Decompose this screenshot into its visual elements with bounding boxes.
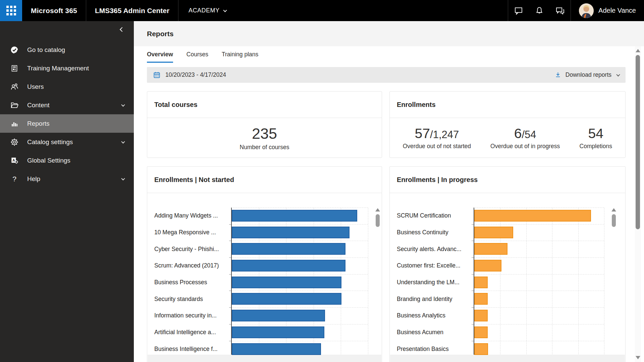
tenant-name: ACADEMY: [189, 7, 220, 14]
chart-scrollbar[interactable]: [375, 208, 380, 227]
sidebar-item-label: Help: [27, 175, 40, 183]
chart-row: [474, 208, 604, 225]
check-circle-icon: [10, 46, 19, 54]
chart-row: [474, 291, 604, 308]
app-launcher-waffle-icon[interactable]: [0, 0, 22, 21]
sidebar-item-label: Content: [27, 102, 50, 109]
stat-caption: Overdue out of in progress: [490, 143, 560, 150]
chart-category-label: Branding and Identity: [397, 291, 473, 307]
language-gear-icon: A: [10, 156, 19, 165]
document-icon: [10, 64, 19, 73]
question-icon: ?: [10, 175, 19, 183]
sidebar-item-go-to-catalog[interactable]: Go to catalog: [0, 41, 134, 59]
feedback-button[interactable]: [550, 0, 571, 21]
bell-icon: [535, 6, 544, 15]
tab-overview[interactable]: Overview: [147, 51, 173, 63]
tab-bar: Overview Courses Training plans: [147, 51, 258, 63]
chart-bar[interactable]: [474, 210, 591, 222]
sidebar-collapse-button[interactable]: [118, 24, 126, 35]
enrollments-not-started-card: Enrollments | Not started Adding Many Wi…: [147, 166, 382, 362]
scroll-down-arrow-icon[interactable]: [636, 356, 640, 359]
chart-bar[interactable]: [474, 277, 488, 288]
chart-title: Enrollments | In progress: [390, 167, 625, 193]
chart-category-label: Understanding the LM...: [397, 274, 473, 291]
page-header: Reports: [134, 21, 644, 46]
page-scrollbar-thumb[interactable]: [636, 55, 640, 229]
gear-icon: [10, 138, 19, 146]
page-title: Reports: [147, 30, 173, 38]
stat-total: /1,247: [430, 129, 459, 141]
chart-scrollbar-thumb[interactable]: [612, 214, 616, 227]
chart-bar[interactable]: [232, 326, 324, 338]
chart-bar[interactable]: [232, 243, 345, 255]
notifications-button[interactable]: [529, 0, 550, 21]
feedback-icon: [555, 6, 565, 15]
stat-overdue-not-started: 57 /1,247 Overdue out of not started: [390, 126, 484, 150]
page-scrollbar[interactable]: [635, 46, 641, 362]
sidebar-item-training-management[interactable]: Training Management: [0, 59, 134, 77]
sidebar-item-catalog-settings[interactable]: Catalog settings: [0, 133, 134, 151]
scroll-up-arrow-icon[interactable]: [636, 49, 640, 52]
download-reports-button[interactable]: Download reports: [554, 71, 620, 78]
chat-button[interactable]: [508, 0, 529, 21]
tab-courses[interactable]: Courses: [186, 51, 208, 63]
scroll-up-arrow-icon[interactable]: [375, 208, 380, 212]
chart-category-label: 10 Mega Responsive ...: [154, 224, 230, 241]
sidebar-item-help[interactable]: ? Help: [0, 170, 134, 188]
chart-bar[interactable]: [232, 343, 321, 355]
chart-bar[interactable]: [232, 293, 341, 305]
chart-category-label: Security alerts. Advanc...: [397, 241, 473, 257]
download-icon: [554, 71, 561, 78]
chart-category-label: Business Processes: [154, 274, 230, 291]
sidebar-item-label: Catalog settings: [27, 138, 73, 146]
chart-scrollbar[interactable]: [611, 208, 616, 227]
chart-category-label: Security standards: [154, 291, 230, 307]
chart-bar[interactable]: [232, 210, 357, 222]
sidebar-item-users[interactable]: Users: [0, 77, 134, 96]
chart-row: [474, 308, 604, 324]
sidebar-item-label: Global Settings: [27, 157, 70, 164]
chart-bar[interactable]: [474, 227, 513, 238]
chart-bar[interactable]: [474, 260, 501, 272]
enrollments-card: Enrollments 57 /1,247 Overdue out of not…: [389, 91, 626, 158]
chart-bar[interactable]: [474, 293, 488, 305]
chart-bar[interactable]: [474, 310, 488, 321]
stat-total: /54: [522, 129, 536, 141]
chart-bar[interactable]: [232, 310, 325, 321]
chart-bar[interactable]: [232, 260, 345, 272]
tenant-selector[interactable]: ACADEMY: [189, 7, 226, 14]
chart-row: [232, 225, 368, 241]
bar-chart-icon: [10, 119, 19, 128]
date-range-picker[interactable]: 10/20/2023 - 4/17/2024: [153, 71, 226, 79]
stat-completions: 54 Completions: [567, 126, 626, 150]
chevron-down-icon: [121, 139, 125, 143]
sidebar-item-global-settings[interactable]: A Global Settings: [0, 151, 134, 170]
chart-bar[interactable]: [474, 243, 507, 255]
chart-row: [232, 308, 368, 324]
top-app-bar: Microsoft 365 LMS365 Admin Center ACADEM…: [0, 0, 644, 21]
chart-scrollbar-thumb[interactable]: [376, 214, 380, 227]
chart-bar[interactable]: [232, 277, 341, 288]
date-range-value: 10/20/2023 - 4/17/2024: [165, 71, 226, 78]
chart-category-label: Business Continuity: [397, 224, 473, 241]
sidebar-item-label: Users: [27, 83, 44, 90]
sidebar-item-label: Reports: [27, 120, 50, 127]
people-icon: [10, 82, 19, 91]
sidebar-item-content[interactable]: Content: [0, 96, 134, 114]
tab-training-plans[interactable]: Training plans: [222, 51, 258, 63]
bar-chart: Adding Many Widgets ...10 Mega Responsiv…: [147, 207, 382, 358]
date-range-bar: 10/20/2023 - 4/17/2024 Download reports: [147, 67, 626, 83]
chart-bar[interactable]: [474, 326, 488, 338]
sidebar-item-reports[interactable]: Reports: [0, 114, 134, 133]
calendar-icon: [153, 71, 161, 79]
chevron-down-icon: [121, 176, 125, 180]
chevron-down-icon: [223, 8, 227, 12]
chart-bar[interactable]: [474, 343, 488, 355]
account-menu[interactable]: Adele Vance: [571, 3, 644, 18]
chart-bar[interactable]: [232, 227, 350, 238]
chevron-left-icon: [120, 27, 124, 32]
folder-icon: [10, 101, 19, 110]
total-courses-card: Total courses 235 Number of courses: [147, 91, 382, 158]
scroll-up-arrow-icon[interactable]: [611, 208, 616, 212]
avatar: [579, 3, 594, 18]
